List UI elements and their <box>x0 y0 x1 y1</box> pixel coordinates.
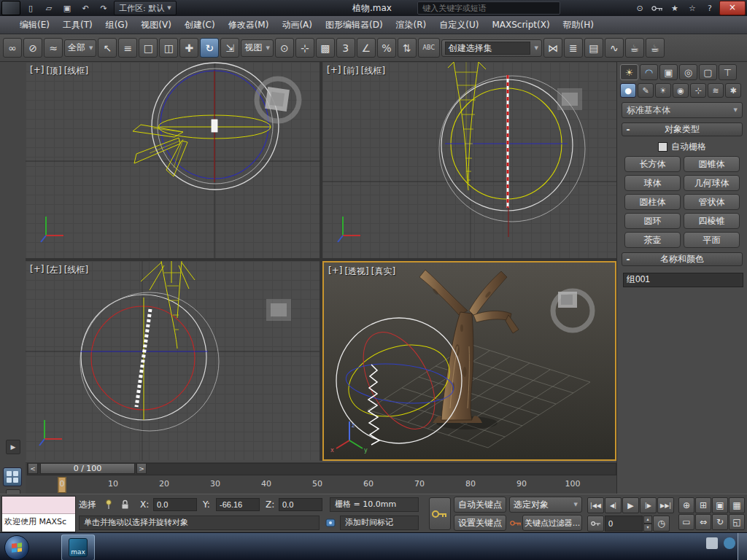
viewport-canvas-perspective[interactable]: zxy <box>324 262 615 459</box>
tray-icon-1[interactable] <box>706 537 718 549</box>
snaps-toggle-icon[interactable]: 3 <box>336 38 355 58</box>
previous-frame-button[interactable]: ◀| <box>605 497 622 513</box>
goto-end-button[interactable]: ▶▶| <box>657 497 674 513</box>
frame-spin-down[interactable]: ▾ <box>643 524 652 532</box>
viewport-pov-menu[interactable]: [顶] <box>46 65 61 77</box>
viewport-general-menu[interactable]: [+] <box>327 65 341 77</box>
cylinder-button[interactable]: 圆柱体 <box>624 194 681 210</box>
viewport-top[interactable]: [+] [顶] [线框] <box>26 62 320 258</box>
viewport-pov-menu[interactable]: [左] <box>46 264 61 276</box>
cameras-category-icon[interactable]: ◉ <box>673 83 689 98</box>
viewport-canvas-left[interactable] <box>26 261 320 461</box>
utilities-tab-icon[interactable]: ⊤ <box>719 64 737 80</box>
viewport-shading-menu[interactable]: [线框] <box>361 65 385 77</box>
next-frame-arrow[interactable]: > <box>136 463 147 474</box>
select-and-scale-icon[interactable]: ⇲ <box>220 38 239 58</box>
play-button[interactable]: ▶ <box>622 497 639 513</box>
curve-editor-icon[interactable]: ∿ <box>605 38 624 58</box>
zoom-extents-all-icon[interactable]: ▦ <box>729 497 745 513</box>
listener-pink-pane[interactable] <box>2 497 75 514</box>
add-time-tag[interactable]: 添加时间标记 <box>340 516 419 530</box>
start-button[interactable] <box>4 535 29 560</box>
viewport-layout-tabs-button[interactable] <box>3 467 22 486</box>
key-filter-icon[interactable] <box>509 516 522 529</box>
display-tab-icon[interactable]: ▢ <box>699 64 717 80</box>
current-frame-field[interactable] <box>605 516 643 532</box>
time-tag-icon[interactable] <box>324 516 337 529</box>
systems-category-icon[interactable]: ✱ <box>725 83 741 98</box>
frame-spin-up[interactable]: ▴ <box>643 516 652 524</box>
select-and-link-icon[interactable]: ∞ <box>3 38 22 58</box>
key-mode-toggle-button[interactable] <box>587 516 604 532</box>
rectangular-selection-icon[interactable]: □ <box>139 38 158 58</box>
render-production-icon[interactable]: ☕ <box>646 38 665 58</box>
help-icon[interactable]: ? <box>702 1 718 15</box>
y-coord-field[interactable] <box>216 498 260 511</box>
select-object-icon[interactable]: ↖ <box>98 38 117 58</box>
key-filters-button[interactable]: 关键点过滤器... <box>522 515 582 531</box>
sphere-button[interactable]: 球体 <box>624 175 681 191</box>
name-color-rollout[interactable]: - 名称和颜色 <box>622 252 743 266</box>
redo-icon[interactable]: ↷ <box>96 1 112 15</box>
named-selection-sets-icon[interactable]: ABC <box>418 38 440 58</box>
favorites-star-icon[interactable]: ★ <box>667 1 683 15</box>
time-configuration-button[interactable]: ◷ <box>653 516 670 532</box>
angle-snap-icon[interactable]: ∠ <box>357 38 376 58</box>
lights-category-icon[interactable]: ☀ <box>655 83 671 98</box>
zoom-extents-icon[interactable]: ▣ <box>712 497 728 513</box>
menu-help[interactable]: 帮助(H) <box>557 16 600 34</box>
menu-tools[interactable]: 工具(T) <box>56 16 99 34</box>
viewport-shading-menu[interactable]: [线框] <box>64 65 88 77</box>
primitive-category-dropdown[interactable]: 标准基本体 ▼ <box>622 102 743 118</box>
select-by-name-icon[interactable]: ≡ <box>118 38 137 58</box>
create-tab-icon[interactable]: ☀ <box>620 64 638 80</box>
menu-rendering[interactable]: 渲染(R) <box>390 16 433 34</box>
reference-coordinate-dropdown[interactable]: 视图 ▼ <box>241 39 273 57</box>
render-setup-icon[interactable]: ☕ <box>625 38 644 58</box>
goto-start-button[interactable]: |◀◀ <box>587 497 604 513</box>
viewcube[interactable] <box>553 291 592 330</box>
set-key-button[interactable]: 设置关键点 <box>454 515 506 531</box>
isolate-selection-icon[interactable] <box>102 498 115 511</box>
cone-button[interactable]: 圆锥体 <box>684 156 740 172</box>
viewport-perspective[interactable]: [+] [透视] [真实] <box>322 261 616 461</box>
select-and-rotate-icon[interactable]: ↻ <box>200 38 219 58</box>
menu-customize[interactable]: 自定义(U) <box>433 16 485 34</box>
layer-manager-icon[interactable]: ▤ <box>584 38 603 58</box>
window-crossing-icon[interactable]: ◫ <box>159 38 178 58</box>
helpers-category-icon[interactable]: ⊹ <box>690 83 706 98</box>
zoom-region-icon[interactable]: ▭ <box>678 514 694 530</box>
modify-tab-icon[interactable]: ◠ <box>640 64 658 80</box>
viewport-general-menu[interactable]: [+] <box>328 265 342 278</box>
pan-icon[interactable]: ⇔ <box>695 514 711 530</box>
set-keys-button[interactable] <box>429 497 451 530</box>
shapes-category-icon[interactable]: ✎ <box>638 83 654 98</box>
object-name-input[interactable] <box>623 273 743 287</box>
app-logo-icon[interactable] <box>1 1 20 15</box>
object-type-rollout[interactable]: - 对象类型 <box>622 122 743 136</box>
align-icon[interactable]: ≣ <box>564 38 583 58</box>
viewport-shading-menu[interactable]: [真实] <box>371 265 395 278</box>
auto-key-button[interactable]: 自动关键点 <box>454 497 506 513</box>
menu-graph-editors[interactable]: 图形编辑器(D) <box>319 16 390 34</box>
motion-tab-icon[interactable]: ◎ <box>679 64 697 80</box>
viewport-shading-menu[interactable]: [线框] <box>64 264 88 276</box>
bind-to-space-warp-icon[interactable]: ≈ <box>44 38 63 58</box>
menu-maxscript[interactable]: MAXScript(X) <box>485 16 556 34</box>
show-desktop-button[interactable] <box>738 533 747 560</box>
search-icon[interactable]: ⊙ <box>632 1 648 15</box>
search-input[interactable] <box>417 1 560 15</box>
pyramid-button[interactable]: 四棱锥 <box>684 213 740 229</box>
select-and-manipulate-icon[interactable]: ⊹ <box>295 38 314 58</box>
maximize-viewport-icon[interactable]: ◱ <box>729 514 745 530</box>
menu-group[interactable]: 组(G) <box>99 16 135 34</box>
viewcube[interactable] <box>557 88 582 110</box>
taskbar-app-3dsmax[interactable]: max <box>61 534 95 560</box>
viewport-canvas-front[interactable] <box>322 62 616 258</box>
viewport-pov-menu[interactable]: [前] <box>343 65 358 77</box>
select-and-move-icon[interactable]: ✚ <box>179 38 198 58</box>
zoom-all-icon[interactable]: ⊞ <box>695 497 711 513</box>
undo-icon[interactable]: ↶ <box>77 1 93 15</box>
tube-button[interactable]: 管状体 <box>684 194 740 210</box>
menu-animation[interactable]: 动画(A) <box>275 16 319 34</box>
